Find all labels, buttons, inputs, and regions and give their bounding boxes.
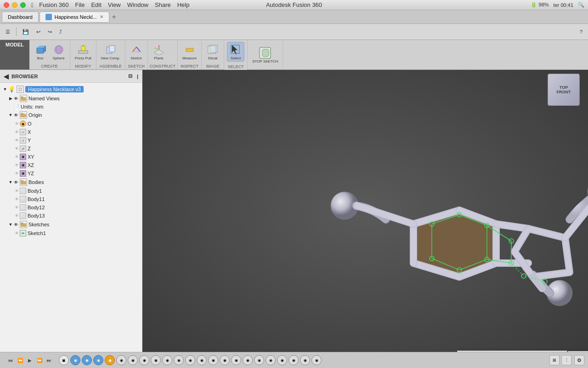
tree-item-XZ[interactable]: 👁 ▣ XZ (0, 161, 142, 169)
context-menu: Visual Style ▶ Environment ▶ Effects ▶ C… (457, 351, 567, 352)
menu-fusion360[interactable]: Fusion 360 (39, 1, 68, 8)
tl-icon-8[interactable]: ◉ (139, 355, 149, 365)
menu-edit[interactable]: Edit (91, 1, 101, 8)
tl-icon-14[interactable]: ◉ (208, 355, 218, 365)
new-tab-button[interactable]: + (112, 13, 116, 21)
menu-toggle-button[interactable]: ☰ (3, 26, 13, 38)
tree-item-origin[interactable]: ▼ 👁 Origin (0, 110, 142, 120)
assemble-new-component[interactable]: New Comp. (99, 42, 122, 61)
tab-dashboard[interactable]: Dashboard (2, 12, 39, 23)
tl-icon-12[interactable]: ◉ (185, 355, 195, 365)
tl-icon-20[interactable]: ◉ (277, 355, 287, 365)
image-decal[interactable]: Decal (204, 42, 221, 61)
browser-resize-icon[interactable]: | (137, 74, 138, 79)
menu-share[interactable]: Share (155, 1, 171, 8)
tree-item-XY[interactable]: 👁 ▣ XY (0, 153, 142, 161)
tree-item-Y[interactable]: 👁 ↕ Y (0, 136, 142, 144)
construct-plane[interactable]: Plane (151, 42, 167, 61)
tree-item-named-views[interactable]: ▶ 👁 Named Views (0, 94, 142, 103)
apple-menu[interactable]:  (31, 1, 34, 9)
minimize-button[interactable] (12, 2, 17, 8)
context-menu-visual-style[interactable]: Visual Style ▶ (458, 351, 567, 352)
tree-item-X[interactable]: 👁 ↔ X (0, 128, 142, 136)
tl-icon-4[interactable]: ◉ (93, 355, 103, 365)
tab-close-button[interactable]: ✕ (100, 14, 103, 19)
tree-item-Z[interactable]: 👁 ⤢ Z (0, 144, 142, 153)
browser-collapse-icon[interactable]: ◀ (4, 73, 9, 80)
select-tool[interactable]: Select (227, 42, 244, 62)
sketch-start[interactable]: Sketch (128, 42, 145, 61)
redo-button[interactable]: ↪ (45, 26, 55, 38)
stop-sketch-button[interactable]: STOP SKETCH (250, 46, 280, 64)
tl-icon-17[interactable]: ◉ (243, 355, 253, 365)
tree-item-YZ[interactable]: 👁 ▣ YZ (0, 169, 142, 178)
modify-press-pull[interactable]: Press Pull (73, 42, 93, 61)
tl-icon-13[interactable]: ◉ (197, 355, 207, 365)
tree-item-bodies[interactable]: ▼ 👁 Bodies (0, 178, 142, 187)
pb-next[interactable]: ⏩ (35, 356, 44, 364)
pb-prev[interactable]: ⏪ (16, 356, 24, 364)
tl-icon-15[interactable]: ◉ (220, 355, 230, 365)
YZ-eye: 👁 (15, 171, 19, 176)
tl-icon-5[interactable]: ◉ (105, 355, 115, 365)
tree-item-root[interactable]: ▼ 💡 □ Happiness Necklace v3 (0, 85, 142, 94)
title-bar-left:  Fusion 360 File Edit View Window Share… (4, 1, 189, 9)
tl-icon-10[interactable]: ◉ (162, 355, 172, 365)
create-items: Box Sphere (29, 40, 70, 63)
tl-icon-1[interactable]: ▣ (59, 355, 69, 365)
pb-skip-start[interactable]: ⏮ (6, 356, 15, 364)
tl-icon-23[interactable]: ◉ (311, 355, 322, 365)
settings-button[interactable]: ⚙ (574, 355, 584, 365)
tl-icon-16[interactable]: ◉ (231, 355, 241, 365)
save-button[interactable]: 💾 (20, 26, 32, 38)
tree-item-body12[interactable]: 👁 ⬜ Body12 (0, 203, 142, 212)
create-box[interactable]: Box (32, 42, 49, 61)
tl-icon-18[interactable]: ◉ (254, 355, 264, 365)
tl-icon-21[interactable]: ◉ (288, 355, 299, 365)
menu-help[interactable]: Help (177, 1, 190, 8)
view-grid-icon[interactable]: ⋮ (561, 355, 571, 365)
menu-window[interactable]: Window (127, 1, 148, 8)
inspect-measure[interactable]: Measure (181, 42, 198, 61)
create-group-label: CREATE (29, 63, 70, 69)
tree-item-body1[interactable]: 👁 ⬜ Body1 (0, 187, 142, 195)
undo-button[interactable]: ↩ (34, 26, 43, 38)
tl-icon-22[interactable]: ◉ (300, 355, 310, 365)
create-sphere[interactable]: Sphere (51, 42, 67, 61)
search-icon[interactable]: 🔍 (578, 2, 584, 8)
inspect-group-label: INSPECT (178, 63, 201, 69)
tl-icon-9[interactable]: ◉ (151, 355, 161, 365)
model-mode-tab[interactable]: MODEL (0, 40, 29, 69)
tree-item-body13[interactable]: 👁 ⬜ Body13 (0, 212, 142, 220)
nav-cube-display[interactable]: TOP FRONT (548, 74, 580, 106)
tl-icon-7[interactable]: ◉ (128, 355, 138, 365)
viewport[interactable]: TOP FRONT Visual Style ▶ Environment ▶ E… (142, 70, 588, 352)
tl-icon-19[interactable]: ◉ (266, 355, 276, 365)
tl-icon-3[interactable]: ◉ (82, 355, 92, 365)
pb-skip-end[interactable]: ⏭ (45, 356, 53, 364)
tree-item-units[interactable]: 📄 Units: mm (0, 103, 142, 110)
browser-settings-icon[interactable]: ⊟ (128, 73, 132, 79)
maximize-button[interactable] (20, 2, 26, 8)
tl-icon-6[interactable]: ◉ (116, 355, 126, 365)
plane-icon (153, 43, 165, 56)
menu-view[interactable]: View (108, 1, 121, 8)
tl-icon-2[interactable]: ◉ (70, 355, 80, 365)
tree-item-sketch1[interactable]: 👁 ✏ Sketch1 (0, 229, 142, 237)
close-button[interactable] (4, 2, 9, 8)
nav-cube[interactable]: TOP FRONT (548, 74, 584, 115)
tree-item-body11[interactable]: 👁 ⬜ Body11 (0, 195, 142, 203)
share-button[interactable]: ⤴ (57, 26, 65, 38)
tree-item-O[interactable]: 👁 ◆ O (0, 120, 142, 128)
measure-icon (183, 43, 196, 56)
view-orientation-icon[interactable]: ⊞ (549, 355, 560, 365)
tl-icon-11[interactable]: ◉ (174, 355, 184, 365)
submenu-ray-tracing[interactable]: Ray Tracing (568, 351, 588, 352)
tree-item-sketches[interactable]: ▼ 👁 Sketches (0, 220, 142, 229)
menu-file[interactable]: File (75, 1, 85, 8)
pb-play[interactable]: ▶ (26, 356, 34, 364)
tab-happiness-necklace[interactable]: Happiness Neckl... ✕ (40, 12, 109, 23)
help-button[interactable]: ? (577, 26, 585, 38)
body11-icon: ⬜ (20, 196, 26, 202)
stop-sketch-items: STOP SKETCH (248, 40, 283, 69)
